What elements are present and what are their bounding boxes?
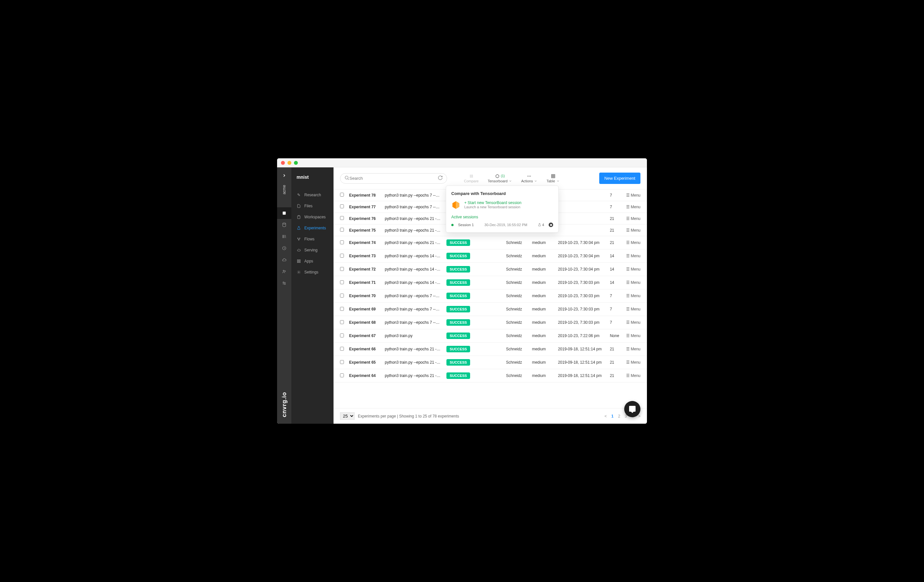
row-menu-button[interactable]: ☰ Menu — [626, 216, 640, 221]
experiment-time: 2019-10-23, 7:30:04 pm — [556, 263, 607, 276]
row-checkbox[interactable] — [340, 228, 344, 232]
experiment-time: 2019-10-23, 7:30:04 pm — [556, 236, 607, 249]
row-menu-button[interactable]: ☰ Menu — [626, 320, 640, 325]
session-experiments-count: 4 — [538, 223, 544, 227]
search-wrap — [340, 173, 447, 184]
row-menu-button[interactable]: ☰ Menu — [626, 280, 640, 285]
experiment-user: Schneidz — [503, 369, 530, 383]
table-row[interactable]: Experiment 70 python3 train.py --epochs … — [333, 289, 647, 303]
rail-projects-icon[interactable] — [277, 207, 291, 219]
row-checkbox[interactable] — [340, 373, 344, 377]
row-menu-button[interactable]: ☰ Menu — [626, 373, 640, 378]
rail-settings-icon[interactable] — [277, 277, 291, 289]
table-view-button[interactable]: Table — [544, 174, 562, 183]
row-checkbox[interactable] — [340, 216, 344, 220]
rail-cloud-icon[interactable] — [277, 254, 291, 266]
row-checkbox[interactable] — [340, 360, 344, 364]
table-row[interactable]: Experiment 68 python3 train.py --epochs … — [333, 316, 647, 329]
experiment-epochs: 14 — [607, 276, 624, 289]
pager-page-1[interactable]: 1 — [611, 414, 614, 419]
row-menu-button[interactable]: ☰ Menu — [626, 228, 640, 232]
row-menu-button[interactable]: ☰ Menu — [626, 193, 640, 198]
table-row[interactable]: Experiment 67 python3 train.py SUCCESS S… — [333, 329, 647, 343]
new-experiment-button[interactable]: New Experiment — [599, 173, 640, 184]
sidebar-item-files[interactable]: Files — [291, 201, 333, 211]
experiment-time: 2019-10-23, 7:30:03 pm — [556, 276, 607, 289]
table-row[interactable]: Experiment 65 python3 train.py --epochs … — [333, 356, 647, 369]
sidebar-item-serving[interactable]: Serving — [291, 245, 333, 256]
row-checkbox[interactable] — [340, 254, 344, 257]
row-menu-button[interactable]: ☰ Menu — [626, 347, 640, 351]
sidebar-item-flows[interactable]: Flows — [291, 234, 333, 245]
table-row[interactable]: Experiment 69 python3 train.py --epochs … — [333, 303, 647, 316]
close-window-button[interactable] — [281, 161, 285, 165]
rail-compute-icon[interactable] — [277, 242, 291, 254]
row-checkbox[interactable] — [340, 193, 344, 196]
experiment-epochs: 14 — [607, 249, 624, 263]
experiment-status: SUCCESS — [444, 316, 503, 329]
row-menu-button[interactable]: ☰ Menu — [626, 293, 640, 298]
pager-prev[interactable]: < — [604, 414, 607, 419]
experiment-name: Experiment 73 — [346, 249, 382, 263]
experiment-command: python3 train.py --epochs 7 --batch_si..… — [382, 303, 444, 316]
row-checkbox[interactable] — [340, 347, 344, 351]
row-checkbox[interactable] — [340, 204, 344, 208]
row-menu-button[interactable]: ☰ Menu — [626, 241, 640, 245]
svg-rect-13 — [297, 262, 299, 263]
table-row[interactable]: Experiment 64 python3 train.py --epochs … — [333, 369, 647, 383]
start-tensorboard-link[interactable]: + Start new TensorBoard session — [464, 201, 521, 205]
svg-rect-14 — [299, 262, 300, 263]
pager-next[interactable]: > — [638, 414, 640, 419]
sidebar-item-apps[interactable]: Apps — [291, 256, 333, 267]
session-date: 30-Dec-2019, 16:55:02 PM — [478, 223, 533, 227]
svg-line-17 — [348, 178, 349, 180]
settings-icon — [297, 270, 301, 274]
sidebar-item-settings[interactable]: Settings — [291, 267, 333, 278]
table-row[interactable]: Experiment 72 python3 train.py --epochs … — [333, 263, 647, 276]
row-menu-button[interactable]: ☰ Menu — [626, 307, 640, 312]
experiment-time: 2019-10-23, 7:22:06 pm — [556, 329, 607, 343]
experiment-template: medium — [530, 236, 556, 249]
sidebar-item-label: Workspaces — [304, 215, 326, 219]
pager-page-2[interactable]: 2 — [618, 414, 620, 419]
per-page-select[interactable]: 25 — [340, 412, 355, 420]
table-row[interactable]: Experiment 74 python3 train.py --epochs … — [333, 236, 647, 249]
row-menu-button[interactable]: ☰ Menu — [626, 360, 640, 364]
minimize-window-button[interactable] — [287, 161, 291, 165]
research-icon: ✎ — [297, 193, 301, 197]
svg-point-16 — [345, 176, 348, 179]
stop-session-icon[interactable] — [549, 223, 553, 227]
row-checkbox[interactable] — [340, 320, 344, 324]
row-menu-button[interactable]: ☰ Menu — [626, 205, 640, 209]
actions-button[interactable]: Actions — [518, 174, 540, 183]
search-input[interactable] — [350, 176, 438, 181]
row-menu-button[interactable]: ☰ Menu — [626, 267, 640, 272]
row-checkbox[interactable] — [340, 307, 344, 311]
chat-fab-button[interactable] — [624, 401, 640, 417]
rail-users-icon[interactable] — [277, 266, 291, 277]
row-checkbox[interactable] — [340, 267, 344, 271]
sidebar-item-workspaces[interactable]: Workspaces — [291, 211, 333, 223]
expand-rail-icon[interactable] — [282, 173, 287, 179]
table-row[interactable]: Experiment 71 python3 train.py --epochs … — [333, 276, 647, 289]
row-menu-button[interactable]: ☰ Menu — [626, 333, 640, 338]
sidebar-item-research[interactable]: ✎ Research — [291, 190, 333, 201]
table-row[interactable]: Experiment 66 python3 train.py --epochs … — [333, 343, 647, 356]
tensorboard-button[interactable]: (1) Tensorboard — [485, 174, 515, 183]
row-checkbox[interactable] — [340, 280, 344, 284]
svg-point-23 — [530, 175, 531, 176]
row-checkbox[interactable] — [340, 241, 344, 244]
table-row[interactable]: Experiment 73 python3 train.py --epochs … — [333, 249, 647, 263]
experiment-status: SUCCESS — [444, 343, 503, 356]
chat-icon — [629, 405, 636, 413]
sidebar-item-experiments[interactable]: Experiments — [291, 223, 333, 234]
row-checkbox[interactable] — [340, 293, 344, 297]
rail-library-icon[interactable] — [277, 231, 291, 242]
refresh-icon[interactable] — [438, 175, 443, 182]
maximize-window-button[interactable] — [294, 161, 298, 165]
row-checkbox[interactable] — [340, 333, 344, 337]
experiment-time: 2019-10-23, 7:30:04 pm — [556, 249, 607, 263]
rail-datasets-icon[interactable] — [277, 219, 291, 231]
session-row[interactable]: Session 1 30-Dec-2019, 16:55:02 PM 4 — [451, 223, 553, 227]
row-menu-button[interactable]: ☰ Menu — [626, 254, 640, 258]
